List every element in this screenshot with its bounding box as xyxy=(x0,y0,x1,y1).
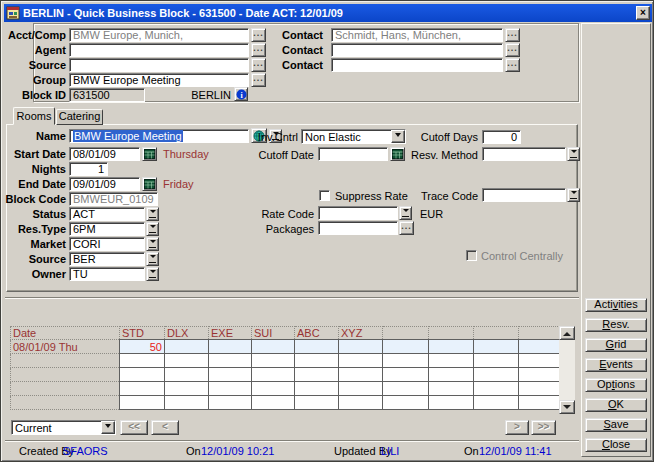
grid-cell[interactable] xyxy=(339,340,383,354)
sidebar-button-resv[interactable]: Resv. xyxy=(585,318,647,332)
grid-cell[interactable] xyxy=(295,396,339,410)
grid-cell[interactable] xyxy=(339,354,383,368)
grid-cell[interactable] xyxy=(209,354,252,368)
grid-cell[interactable] xyxy=(339,382,383,396)
start-date-calendar-icon[interactable] xyxy=(142,147,157,161)
last-page-button[interactable]: >> xyxy=(531,420,556,435)
close-icon[interactable]: × xyxy=(636,6,650,20)
contact3-lookup-button[interactable]: ... xyxy=(505,58,520,72)
grid-cell[interactable] xyxy=(209,340,252,354)
status-field[interactable]: ACT xyxy=(69,207,145,221)
grid-view-combobox[interactable]: Current xyxy=(11,420,116,435)
scroll-up-icon[interactable] xyxy=(559,326,575,340)
grid-row[interactable]: 08/01/09 Thu50 xyxy=(11,340,560,354)
grid-cell[interactable] xyxy=(252,354,295,368)
grid-cell[interactable] xyxy=(295,340,339,354)
prev-page-button[interactable]: < xyxy=(151,420,179,435)
grid-cell[interactable] xyxy=(209,396,252,410)
grid-cell[interactable] xyxy=(120,354,165,368)
contact3-field[interactable] xyxy=(331,58,503,72)
start-date-field[interactable]: 08/01/09 xyxy=(69,147,140,161)
grid-cell[interactable] xyxy=(165,368,209,382)
contact2-field[interactable] xyxy=(331,43,503,57)
grid-cell[interactable]: 50 xyxy=(120,340,165,354)
next-page-button[interactable]: > xyxy=(505,420,529,435)
res-type-list-icon[interactable] xyxy=(146,222,159,236)
grid-cell[interactable] xyxy=(209,382,252,396)
grid-cell[interactable] xyxy=(519,382,560,396)
group-lookup-button[interactable]: ... xyxy=(251,73,266,87)
grid-cell[interactable] xyxy=(209,368,252,382)
grid-cell[interactable] xyxy=(252,382,295,396)
grid-cell[interactable] xyxy=(429,340,474,354)
grid-cell[interactable] xyxy=(474,382,519,396)
resv-method-field[interactable] xyxy=(482,147,566,161)
contact1-field[interactable]: Schmidt, Hans, München, xyxy=(331,28,503,42)
booking-source-list-icon[interactable] xyxy=(146,252,159,266)
grid-cell[interactable] xyxy=(519,396,560,410)
grid-cell[interactable] xyxy=(383,340,429,354)
end-date-field[interactable]: 09/01/09 xyxy=(69,177,140,191)
market-field[interactable]: CORI xyxy=(69,237,145,251)
cutoff-date-calendar-icon[interactable] xyxy=(390,147,405,161)
grid-cell[interactable] xyxy=(295,354,339,368)
tab-catering[interactable]: Catering xyxy=(56,109,103,125)
sidebar-button-close[interactable]: Close xyxy=(585,438,647,452)
suppress-rate-checkbox[interactable] xyxy=(319,190,330,201)
sidebar-button-save[interactable]: Save xyxy=(585,418,647,432)
grid-cell[interactable] xyxy=(165,382,209,396)
info-icon[interactable]: i xyxy=(234,87,248,101)
grid-cell[interactable] xyxy=(295,382,339,396)
scroll-down-icon[interactable] xyxy=(559,400,575,414)
grid-cell[interactable] xyxy=(519,368,560,382)
chevron-down-icon[interactable] xyxy=(101,421,115,434)
grid-cell[interactable] xyxy=(519,340,560,354)
grid-cell[interactable] xyxy=(383,368,429,382)
sidebar-button-options[interactable]: Options xyxy=(585,378,647,392)
grid-cell[interactable] xyxy=(165,396,209,410)
grid-cell[interactable] xyxy=(165,340,209,354)
trace-code-list-icon[interactable] xyxy=(567,188,580,202)
grid-scrollbar[interactable] xyxy=(559,326,575,414)
sidebar-button-events[interactable]: Events xyxy=(585,358,647,372)
grid-cell[interactable] xyxy=(474,340,519,354)
res-type-field[interactable]: 6PM xyxy=(69,222,145,236)
contact2-lookup-button[interactable]: ... xyxy=(505,43,520,57)
rate-code-list-icon[interactable] xyxy=(399,206,412,220)
sidebar-button-ok[interactable]: OK xyxy=(585,398,647,412)
grid-cell[interactable] xyxy=(295,368,339,382)
grid-cell[interactable] xyxy=(474,396,519,410)
chevron-down-icon[interactable] xyxy=(391,130,405,143)
grid-row[interactable] xyxy=(11,368,560,382)
grid-cell[interactable] xyxy=(429,354,474,368)
title-bar[interactable]: BERLIN - Quick Business Block - 631500 -… xyxy=(4,4,652,22)
tab-rooms[interactable]: Rooms xyxy=(13,107,55,125)
nights-field[interactable]: 1 xyxy=(69,162,108,176)
grid-cell[interactable] xyxy=(429,368,474,382)
grid-cell[interactable] xyxy=(339,396,383,410)
grid-cell[interactable] xyxy=(519,354,560,368)
owner-list-icon[interactable] xyxy=(146,267,159,281)
grid-cell[interactable] xyxy=(474,368,519,382)
sidebar-button-grid[interactable]: Grid xyxy=(585,338,647,352)
grid-cell[interactable] xyxy=(474,354,519,368)
agent-field[interactable] xyxy=(69,43,249,57)
booking-source-field[interactable]: BER xyxy=(69,252,145,266)
name-field[interactable]: BMW Europe Meeting xyxy=(69,129,249,143)
grid-cell[interactable] xyxy=(383,396,429,410)
market-list-icon[interactable] xyxy=(146,237,159,251)
grid-row[interactable] xyxy=(11,396,560,410)
source-field[interactable] xyxy=(69,58,249,72)
grid-cell[interactable] xyxy=(429,396,474,410)
sidebar-button-activities[interactable]: Activities xyxy=(585,298,647,312)
grid-cell[interactable] xyxy=(252,396,295,410)
acct-comp-field[interactable]: BMW Europe, Munich, xyxy=(69,28,249,42)
contact1-lookup-button[interactable]: ... xyxy=(505,28,520,42)
grid-cell[interactable] xyxy=(120,368,165,382)
grid-cell[interactable] xyxy=(429,382,474,396)
end-date-calendar-icon[interactable] xyxy=(142,177,157,191)
grid-cell[interactable] xyxy=(252,340,295,354)
rate-code-field[interactable] xyxy=(318,206,398,220)
grid-cell[interactable] xyxy=(383,382,429,396)
grid-cell[interactable] xyxy=(120,396,165,410)
